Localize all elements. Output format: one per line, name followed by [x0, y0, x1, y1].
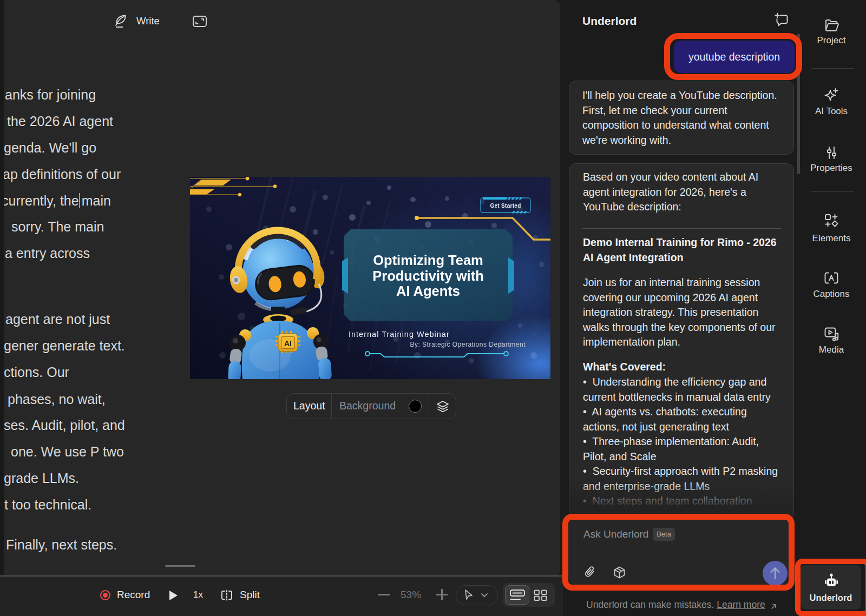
svg-text:Get Started: Get Started	[490, 203, 521, 209]
svg-text:AI: AI	[284, 339, 292, 348]
svg-text:Productivity with: Productivity with	[372, 268, 483, 283]
svg-text:Internal Training Webinar: Internal Training Webinar	[349, 330, 450, 339]
svg-text:Optimizing Team: Optimizing Team	[373, 253, 483, 268]
svg-text:By: Strategic Operations Depar: By: Strategic Operations Department	[410, 341, 526, 348]
svg-text:AI Agents: AI Agents	[396, 283, 460, 299]
